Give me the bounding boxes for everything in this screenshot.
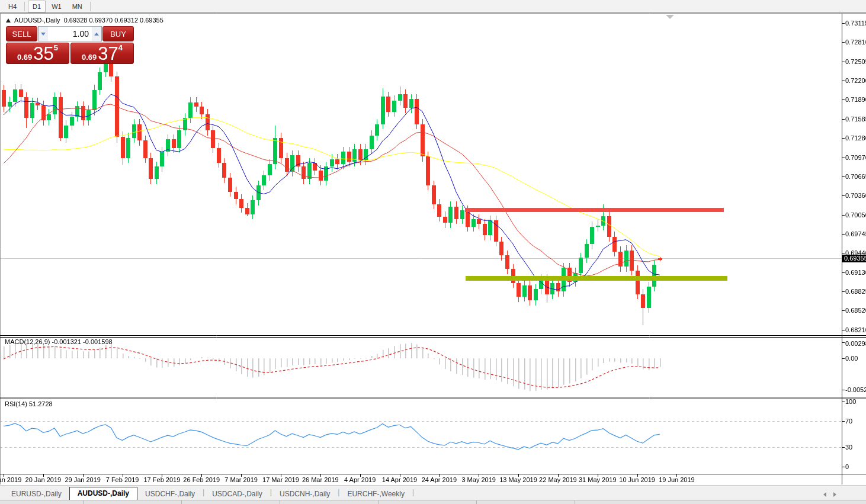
tab-eurchf[interactable]: EURCHF-,Weekly [339, 488, 412, 500]
chart-tab-bar: EURUSD-,DailyAUDUSD-,DailyUSDCHF-,Daily|… [0, 485, 866, 500]
date-axis-label: 7 Feb 2019 [106, 476, 139, 483]
sell-price-big: 35 [33, 46, 53, 62]
mt4-window: H4D1W1MN AUDUSD-,Daily 0.69328 0.69370 0… [0, 0, 866, 504]
date-axis-label: 17 Mar 2019 [262, 476, 299, 483]
date-axis-label: 3 May 2019 [461, 476, 495, 483]
price-axis-label: 0.71890 [845, 96, 866, 103]
price-axis-label: 0.69130 [845, 269, 866, 276]
price-axis-label: 0.72505 [845, 58, 866, 65]
sell-price-tile[interactable]: 0.69 35 5 [6, 43, 69, 64]
current-price-badge: 0.69355 [842, 255, 866, 262]
sell-price-pips: 5 [54, 44, 58, 52]
symbol-up-triangle-icon [6, 18, 11, 23]
timeframe-button-h4[interactable]: H4 [4, 1, 21, 12]
tab-usdchf[interactable]: USDCHF-,Daily [137, 488, 203, 500]
chart-ohlc-values: 0.69328 0.69370 0.69312 0.69355 [64, 17, 163, 24]
date-axis-label: 19 Jun 2019 [659, 476, 695, 483]
rsi-axis-label: 70 [845, 418, 852, 425]
date-axis-label: 29 Jan 2019 [65, 476, 101, 483]
chart-canvas[interactable] [0, 0, 866, 504]
timeframe-button-w1[interactable]: W1 [47, 1, 66, 12]
date-axis-label: 17 Feb 2019 [144, 476, 181, 483]
rsi-axis-label: 30 [845, 444, 852, 451]
tab-usdcnh[interactable]: USDCNH-,Daily [272, 488, 338, 500]
chart-symbol-label: AUDUSD-,Daily [14, 17, 60, 24]
date-axis-label: 14 Apr 2019 [382, 476, 417, 483]
scroll-right-icon[interactable] [833, 492, 836, 497]
price-axis-label: 0.68520 [845, 307, 866, 314]
scroll-left-icon[interactable] [823, 492, 826, 497]
sell-price-prefix: 0.69 [17, 53, 32, 62]
status-strip [0, 500, 866, 504]
tab-audusd[interactable]: AUDUSD-,Daily [69, 487, 137, 500]
toolbar-separator [24, 2, 25, 11]
price-axis-label: 0.68210 [845, 326, 866, 333]
volume-stepper: 1.00 [38, 26, 102, 41]
price-axis-label: 0.72200 [845, 77, 866, 84]
buy-button[interactable]: BUY [102, 26, 134, 41]
timeframe-button-mn[interactable]: MN [68, 1, 87, 12]
chevron-down-icon[interactable] [666, 15, 674, 19]
price-axis-label: 0.70970 [845, 154, 866, 161]
buy-price-prefix: 0.69 [82, 53, 97, 62]
buy-price-big: 37 [98, 46, 118, 62]
price-axis-label: 0.70050 [845, 211, 866, 219]
price-axis-label: 0.72810 [845, 38, 866, 46]
chevron-up-icon [94, 33, 99, 36]
tab-usdcad[interactable]: USDCAD-,Daily [204, 488, 270, 500]
macd-indicator-label: MACD(12,26,9) -0.001321 -0.001598 [5, 338, 113, 345]
date-axis-label: 13 May 2019 [499, 476, 537, 483]
date-axis-label: 4 Apr 2019 [344, 476, 376, 483]
price-axis-label: 0.71280 [845, 134, 866, 142]
buy-price-tile[interactable]: 0.69 37 4 [70, 43, 134, 64]
chart-title: AUDUSD-,Daily 0.69328 0.69370 0.69312 0.… [6, 17, 163, 24]
buy-price-pips: 4 [118, 44, 123, 52]
macd-axis-label: 0.002984 [845, 340, 866, 347]
rsi-axis-label: 100 [845, 398, 856, 405]
one-click-trading-panel: SELL 1.00 BUY 0.69 35 5 0.69 37 4 [6, 26, 134, 64]
macd-axis-label: 0.00 [845, 355, 858, 362]
timeframe-button-d1[interactable]: D1 [28, 1, 46, 12]
chevron-down-icon [41, 33, 46, 36]
volume-decrease-button[interactable] [39, 27, 48, 41]
rsi-indicator-label: RSI(14) 51.2728 [5, 400, 53, 407]
sell-button[interactable]: SELL [6, 26, 37, 41]
date-axis-label: 7 Mar 2019 [224, 476, 258, 483]
price-axis-label: 0.73115 [845, 20, 866, 27]
date-axis-label: 24 Apr 2019 [422, 476, 457, 483]
date-axis-label: 26 Mar 2019 [302, 476, 339, 483]
tab-eurusd[interactable]: EURUSD-,Daily [4, 488, 69, 500]
macd-axis-label: -0.005256 [845, 386, 866, 393]
price-axis-label: 0.69745 [845, 230, 866, 237]
tab-separator: | [412, 488, 414, 497]
price-axis-label: 0.68825 [845, 288, 866, 295]
price-axis-label: 0.71585 [845, 115, 866, 123]
toolbar-separator [90, 2, 91, 11]
volume-field[interactable]: 1.00 [48, 27, 92, 41]
date-axis-label: 31 May 2019 [579, 476, 617, 483]
rsi-axis-label: 0 [845, 463, 849, 470]
price-axis-label: 0.70665 [845, 173, 866, 180]
date-axis-label: 22 May 2019 [539, 476, 577, 483]
tab-scroll-arrows [823, 492, 836, 497]
date-axis-label: 10 Jun 2019 [619, 476, 655, 483]
date-axis-label: 10 Jan 2019 [0, 476, 21, 483]
volume-increase-button[interactable] [92, 27, 101, 41]
date-axis-label: 20 Jan 2019 [25, 476, 62, 483]
date-axis-label: 26 Feb 2019 [183, 476, 220, 483]
timeframe-toolbar: H4D1W1MN [0, 0, 866, 13]
price-axis-label: 0.70360 [845, 192, 866, 199]
